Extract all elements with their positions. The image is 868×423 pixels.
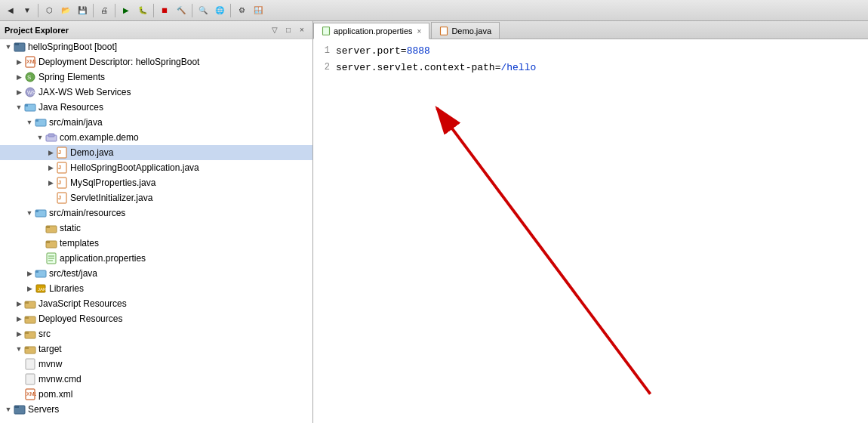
svg-marker-25 bbox=[46, 226, 50, 228]
svg-line-53 bbox=[437, 108, 651, 394]
tree-item-pomXml[interactable]: XML pom.xml bbox=[0, 387, 312, 402]
svg-rect-1 bbox=[14, 43, 19, 45]
editor-content-area[interactable]: 1 server.port=8888 2 server.servlet.cont… bbox=[313, 39, 868, 423]
project-explorer-title: Project Explorer bbox=[5, 26, 69, 35]
servers-icon bbox=[14, 403, 26, 415]
tree-label-templates: templates bbox=[60, 238, 99, 249]
tree-label-servletInitializer: ServletInitializer.java bbox=[70, 193, 152, 203]
tree-arrow: ▶ bbox=[14, 298, 24, 309]
tree-item-deploymentDescriptor[interactable]: ▶ XML Deployment Descriptor: helloSpring… bbox=[0, 54, 312, 69]
panel-maximize-btn[interactable]: □ bbox=[282, 24, 294, 36]
file-icon bbox=[24, 373, 36, 385]
tree-item-static[interactable]: static bbox=[0, 221, 312, 236]
svg-text:WS: WS bbox=[27, 90, 36, 95]
tree-item-javaResources[interactable]: ▼ Java Resources bbox=[0, 100, 312, 115]
tree-label-static: static bbox=[60, 223, 81, 233]
tree-item-helloApp[interactable]: ▶ J HelloSpringBootApplication.java bbox=[0, 160, 312, 175]
xml-icon: XML bbox=[24, 56, 36, 68]
svg-text:S: S bbox=[27, 74, 31, 81]
service-icon: WS bbox=[24, 86, 36, 98]
svg-marker-39 bbox=[25, 316, 29, 319]
tree-item-demoJava[interactable]: ▶ J Demo.java bbox=[0, 145, 312, 160]
tree-item-jaxws[interactable]: ▶ WS JAX-WS Web Services bbox=[0, 85, 312, 100]
toolbar-stop[interactable]: ⏹ bbox=[157, 3, 172, 18]
main-toolbar: ◀ ▼ ⬡ 📂 💾 🖨 ▶ 🐛 ⏹ 🔨 🔍 🌐 ⚙ 🪟 bbox=[0, 0, 868, 21]
java-resources-icon bbox=[24, 101, 36, 113]
svg-marker-33 bbox=[35, 270, 38, 273]
tree-label-srcMainResources: src/main/resources bbox=[49, 208, 125, 218]
svg-text:J: J bbox=[58, 150, 61, 155]
xml-icon: XML bbox=[24, 388, 36, 400]
toolbar-new[interactable]: ⬡ bbox=[42, 3, 57, 18]
tree-item-deployedResources[interactable]: ▶ Deployed Resources bbox=[0, 311, 312, 326]
tab-close-application-properties[interactable]: × bbox=[417, 27, 422, 36]
package-icon bbox=[45, 131, 57, 144]
toolbar-back[interactable]: ◀ bbox=[3, 3, 18, 18]
toolbar-run[interactable]: ▶ bbox=[119, 3, 134, 18]
toolbar-search[interactable]: 🔍 bbox=[195, 3, 211, 18]
tree-arrow: ▼ bbox=[14, 102, 24, 113]
tree-item-springElements[interactable]: ▶ S Spring Elements bbox=[0, 69, 312, 85]
tree-item-libraries[interactable]: ▶ JAR Libraries bbox=[0, 281, 312, 296]
line-content-1: server.port=8888 bbox=[336, 45, 430, 57]
tree-item-srcMainJava[interactable]: ▼ src/main/java bbox=[0, 115, 312, 130]
tree-item-mvnw[interactable]: mvnw bbox=[0, 357, 312, 372]
tree-item-srcTestJava[interactable]: ▶ src/test/java bbox=[0, 266, 312, 281]
tree-item-mvnwCmd[interactable]: mvnw.cmd bbox=[0, 372, 312, 387]
tree-arrow: ▼ bbox=[24, 208, 35, 218]
line2-key: server.servlet.context-path= bbox=[336, 62, 500, 73]
tree-item-mysqlProperties[interactable]: ▶ J MySqlProperties.java bbox=[0, 175, 312, 190]
toolbar-save[interactable]: 💾 bbox=[75, 3, 90, 18]
toolbar-build[interactable]: 🔨 bbox=[174, 3, 189, 18]
toolbar-debug[interactable]: 🐛 bbox=[135, 3, 150, 18]
tree-item-helloSpringBoot[interactable]: ▼ helloSpringBoot [boot] bbox=[0, 39, 312, 54]
svg-marker-43 bbox=[25, 347, 29, 349]
tree-label-jaxws: JAX-WS Web Services bbox=[38, 87, 131, 97]
tab-application-properties[interactable]: application.properties × bbox=[313, 23, 429, 39]
tree-label-javaResources: Java Resources bbox=[38, 102, 103, 113]
tree-label-target: target bbox=[38, 344, 62, 354]
tree-arrow: ▼ bbox=[35, 132, 45, 143]
tree-label-demoJava: Demo.java bbox=[70, 147, 113, 158]
tree-item-srcMainResources[interactable]: ▼ src/main/resources bbox=[0, 205, 312, 221]
tree-label-pomXml: pom.xml bbox=[38, 389, 72, 400]
svg-text:J: J bbox=[58, 195, 61, 200]
tree-label-deployedResources: Deployed Resources bbox=[38, 313, 122, 324]
svg-marker-9 bbox=[25, 104, 28, 107]
java-file-icon: J bbox=[56, 177, 68, 189]
toolbar-print[interactable]: 🖨 bbox=[97, 3, 112, 18]
tree-arrow: ▶ bbox=[14, 57, 24, 67]
tree-item-templates[interactable]: templates bbox=[0, 236, 312, 251]
tree-item-servers[interactable]: ▼ Servers bbox=[0, 402, 312, 417]
project-explorer-header: Project Explorer ▽ □ × bbox=[0, 21, 312, 39]
tree-item-src[interactable]: ▶ src bbox=[0, 326, 312, 341]
tab-demo-java[interactable]: Demo.java bbox=[431, 22, 500, 39]
panel-minimize-btn[interactable]: ▽ bbox=[269, 24, 281, 36]
line-number-2: 2 bbox=[313, 62, 336, 73]
tree-label-springElements: Spring Elements bbox=[38, 72, 105, 82]
project-tree: ▼ helloSpringBoot [boot] ▶ XML Deploymen… bbox=[0, 39, 312, 423]
tree-arrow: ▼ bbox=[3, 42, 14, 52]
toolbar-window[interactable]: 🪟 bbox=[251, 3, 266, 18]
resources-folder-icon bbox=[35, 207, 47, 219]
toolbar-settings[interactable]: ⚙ bbox=[234, 3, 249, 18]
toolbar-dropdown[interactable]: ▼ bbox=[20, 3, 35, 18]
tree-item-target[interactable]: ▼ target bbox=[0, 341, 312, 357]
tree-arrow: ▶ bbox=[14, 87, 24, 97]
panel-header-actions: ▽ □ × bbox=[269, 24, 308, 36]
svg-text:J: J bbox=[58, 165, 61, 170]
tree-item-servletInitializer[interactable]: J ServletInitializer.java bbox=[0, 190, 312, 205]
toolbar-navigate[interactable]: 🌐 bbox=[212, 3, 227, 18]
toolbar-open[interactable]: 📂 bbox=[58, 3, 73, 18]
svg-rect-44 bbox=[26, 359, 35, 369]
tree-item-comExampleDemo[interactable]: ▼ com.example.demo bbox=[0, 130, 312, 145]
panel-close-btn[interactable]: × bbox=[296, 24, 308, 36]
folder-icon bbox=[45, 222, 57, 234]
tree-item-applicationProperties[interactable]: application.properties bbox=[0, 251, 312, 266]
tree-item-jsResources[interactable]: ▶ JavaScript Resources bbox=[0, 296, 312, 311]
editor-panel: application.properties × Demo.java 1 ser… bbox=[313, 21, 868, 423]
svg-marker-11 bbox=[35, 119, 38, 122]
tree-label-mvnw: mvnw bbox=[38, 359, 62, 369]
tree-arrow: ▶ bbox=[14, 72, 24, 82]
deployed-folder-icon bbox=[24, 313, 36, 325]
